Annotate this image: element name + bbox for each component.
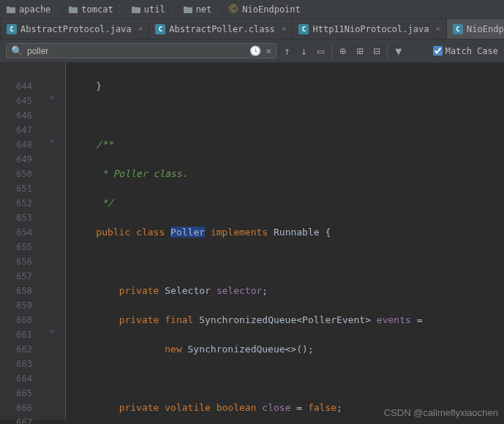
tab-nioendpoint[interactable]: C NioEndpoint.java ×: [447, 19, 504, 39]
next-occurrence-button[interactable]: ↓: [298, 45, 310, 58]
java-file-icon: C: [155, 24, 165, 34]
tab-abstractprotocol[interactable]: C AbstractProtocol.java ×: [1, 19, 149, 39]
tab-label: AbstractPoller.class: [169, 24, 275, 34]
select-all-occurrences-button[interactable]: ⊞: [353, 45, 366, 58]
tab-label: AbstractProtocol.java: [20, 24, 132, 34]
folder-icon: [6, 5, 16, 14]
clear-icon[interactable]: ×: [266, 45, 271, 56]
add-selection-button[interactable]: ⊕: [336, 45, 349, 58]
class-icon: Ⓒ: [229, 3, 238, 15]
select-all-button[interactable]: ▭: [315, 45, 327, 58]
chevron-right-icon: 〉: [170, 3, 178, 15]
search-input[interactable]: [27, 46, 245, 56]
breadcrumb-item[interactable]: util: [144, 4, 165, 15]
fold-toggle-icon[interactable]: ⊖: [50, 137, 53, 145]
close-icon[interactable]: ×: [282, 24, 287, 34]
filter-icon[interactable]: ▼: [392, 45, 405, 58]
search-input-wrapper[interactable]: 🔍 🕓 ×: [6, 43, 277, 58]
fold-gutter: ⊖ ⊖ ⊖: [45, 63, 66, 420]
history-icon[interactable]: 🕓: [249, 45, 261, 56]
tab-label: NioEndpoint.java: [467, 24, 504, 34]
breadcrumb-current[interactable]: NioEndpoint: [242, 4, 300, 15]
breadcrumb-item[interactable]: tomcat: [81, 4, 113, 15]
code-area[interactable]: } /** * Poller class. */ public class Po…: [66, 63, 504, 420]
java-file-icon: C: [453, 24, 463, 34]
fold-toggle-icon[interactable]: ⊖: [50, 328, 53, 335]
folder-icon: [68, 5, 78, 14]
prev-occurrence-button[interactable]: ↑: [281, 45, 293, 58]
java-file-icon: C: [7, 24, 17, 34]
search-icon: 🔍: [11, 45, 23, 56]
java-file-icon: C: [298, 24, 309, 34]
chevron-right-icon: 〉: [118, 3, 127, 15]
chevron-right-icon: 〉: [55, 3, 64, 15]
remove-selection-button[interactable]: ⊟: [370, 45, 383, 58]
find-toolbar: 🔍 🕓 × ↑ ↓ ▭ ⊕ ⊞ ⊟ ▼ Match Case: [0, 39, 504, 63]
breadcrumb: apache 〉 tomcat 〉 util 〉 net 〉 Ⓒ NioEndp…: [0, 0, 504, 19]
close-icon[interactable]: ×: [138, 24, 143, 34]
tab-abstractpoller[interactable]: C AbstractPoller.class ×: [149, 19, 293, 39]
match-case-checkbox[interactable]: Match Case: [433, 46, 498, 56]
breadcrumb-item[interactable]: apache: [19, 4, 50, 15]
line-number-gutter: 644 645 646 647 648 649 650 651 652 653 …: [0, 63, 45, 420]
breadcrumb-item[interactable]: net: [196, 4, 212, 15]
editor-tabs: C AbstractProtocol.java × C AbstractPoll…: [0, 19, 504, 39]
folder-icon: [183, 5, 193, 14]
chevron-right-icon: 〉: [216, 3, 225, 15]
folder-icon: [131, 5, 141, 14]
close-icon[interactable]: ×: [435, 24, 440, 34]
editor: 644 645 646 647 648 649 650 651 652 653 …: [0, 63, 504, 420]
tab-http11nioprotocol[interactable]: C Http11NioProtocol.java ×: [293, 19, 447, 39]
fold-toggle-icon[interactable]: ⊖: [50, 94, 53, 101]
tab-label: Http11NioProtocol.java: [312, 24, 429, 34]
watermark: CSDN @callmeflyxiaochen: [384, 407, 498, 418]
